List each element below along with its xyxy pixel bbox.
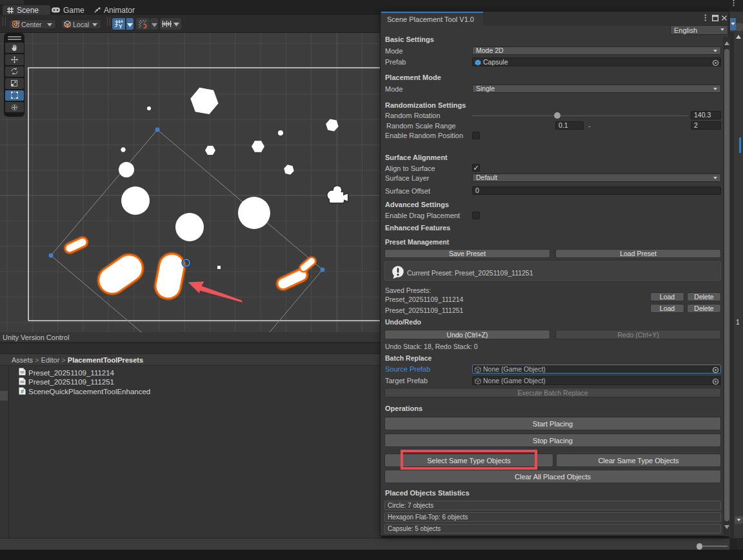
svg-text:Y: Y (118, 23, 122, 28)
svg-text:#: # (21, 388, 24, 394)
